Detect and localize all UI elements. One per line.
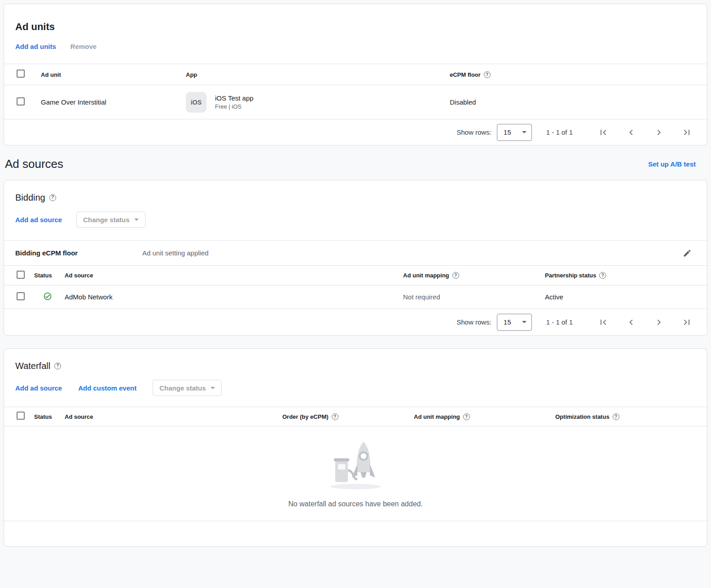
ad-unit-name: Game Over Interstitial bbox=[41, 98, 186, 106]
ad-units-pagination: Show rows: 15 1 - 1 of 1 bbox=[4, 119, 707, 145]
page-size-value: 15 bbox=[504, 318, 511, 326]
waterfall-title-row: Waterfall bbox=[4, 349, 707, 372]
app-meta: Free | iOS bbox=[215, 103, 254, 110]
first-page-button[interactable] bbox=[598, 317, 609, 328]
col-ad-unit-mapping-label: Ad unit mapping bbox=[414, 413, 460, 420]
ad-units-table-header: Ad unit App eCPM floor bbox=[4, 64, 707, 85]
ad-sources-section-head: Ad sources Set up A/B test bbox=[4, 145, 707, 180]
page-size-dropdown[interactable]: 15 bbox=[497, 314, 532, 331]
next-page-button[interactable] bbox=[654, 127, 664, 138]
waterfall-table-header: Status Ad source Order (by eCPM) Ad unit… bbox=[4, 407, 707, 426]
select-all-ad-units-checkbox[interactable] bbox=[17, 70, 25, 78]
col-partnership-status-label: Partnership status bbox=[545, 272, 596, 279]
pagination-range: 1 - 1 of 1 bbox=[546, 128, 573, 136]
chevron-down-icon bbox=[211, 387, 215, 389]
bidding-mapping-value: Not required bbox=[403, 293, 545, 301]
chevron-down-icon bbox=[522, 131, 527, 133]
col-ad-unit-mapping-label: Ad unit mapping bbox=[403, 272, 449, 279]
show-rows-label: Show rows: bbox=[456, 318, 492, 326]
col-ad-unit-mapping: Ad unit mapping bbox=[414, 413, 555, 420]
help-icon[interactable] bbox=[463, 413, 470, 420]
select-all-bidding-checkbox[interactable] bbox=[17, 271, 25, 279]
col-ad-source: Ad source bbox=[65, 272, 403, 279]
ios-app-icon: iOS bbox=[186, 92, 206, 113]
app-cell: iOS iOS Test app Free | iOS bbox=[186, 92, 450, 113]
waterfall-actions: Add ad source Add custom event Change st… bbox=[4, 372, 707, 407]
bidding-ecpm-floor-label: Bidding eCPM floor bbox=[15, 249, 142, 257]
help-icon[interactable] bbox=[54, 363, 61, 369]
first-page-button[interactable] bbox=[598, 127, 609, 138]
add-custom-event-button[interactable]: Add custom event bbox=[78, 384, 136, 392]
help-icon[interactable] bbox=[484, 71, 491, 78]
pager bbox=[598, 317, 692, 328]
col-status: Status bbox=[34, 272, 65, 279]
waterfall-title: Waterfall bbox=[15, 360, 50, 372]
col-app: App bbox=[186, 71, 450, 78]
ad-units-title: Ad units bbox=[4, 4, 707, 34]
waterfall-empty-message: No waterfall ad sources have been added. bbox=[288, 500, 423, 508]
rocket-illustration bbox=[322, 438, 389, 493]
bidding-card: Bidding Add ad source Change status Bidd… bbox=[4, 180, 707, 336]
bidding-pagination: Show rows: 15 1 - 1 of 1 bbox=[4, 308, 707, 335]
chevron-down-icon bbox=[134, 219, 139, 221]
col-ecpm-floor-label: eCPM floor bbox=[450, 71, 481, 78]
page-size-dropdown[interactable]: 15 bbox=[497, 124, 532, 141]
bidding-ad-source-name: AdMob Network bbox=[65, 293, 403, 301]
pagination-range: 1 - 1 of 1 bbox=[546, 318, 573, 326]
bidding-actions: Add ad source Change status bbox=[4, 204, 707, 240]
change-status-label: Change status bbox=[159, 384, 206, 392]
col-ad-unit: Ad unit bbox=[41, 71, 186, 78]
waterfall-footer bbox=[4, 521, 707, 546]
col-optimization-status-label: Optimization status bbox=[555, 413, 610, 420]
pager bbox=[598, 127, 692, 138]
ad-unit-row-checkbox[interactable] bbox=[17, 97, 25, 105]
bidding-row[interactable]: AdMob Network Not required Active bbox=[4, 285, 707, 308]
bidding-partnership-value: Active bbox=[545, 293, 707, 301]
app-text: iOS Test app Free | iOS bbox=[215, 94, 254, 110]
col-status: Status bbox=[34, 413, 65, 420]
add-waterfall-source-button[interactable]: Add ad source bbox=[15, 384, 62, 392]
status-active-check-icon bbox=[43, 292, 52, 301]
ad-sources-title: Ad sources bbox=[5, 157, 63, 171]
help-icon[interactable] bbox=[599, 272, 606, 279]
page-size-value: 15 bbox=[504, 128, 511, 136]
col-ecpm-floor: eCPM floor bbox=[450, 71, 707, 78]
ad-units-card: Ad units Add ad units Remove Ad unit App… bbox=[4, 4, 707, 145]
col-ad-source: Ad source bbox=[65, 413, 282, 420]
admob-mediation-page: Ad units Add ad units Remove Ad unit App… bbox=[0, 0, 711, 588]
col-order-by-ecpm-label: Order (by eCPM) bbox=[282, 413, 329, 420]
bidding-row-checkbox[interactable] bbox=[17, 292, 25, 300]
waterfall-card: Waterfall Add ad source Add custom event… bbox=[4, 348, 707, 547]
show-rows-label: Show rows: bbox=[456, 128, 492, 136]
next-page-button[interactable] bbox=[654, 317, 664, 328]
help-icon[interactable] bbox=[49, 194, 56, 201]
help-icon[interactable] bbox=[613, 413, 619, 420]
bidding-ecpm-floor-row: Bidding eCPM floor Ad unit setting appli… bbox=[4, 240, 707, 265]
app-name: iOS Test app bbox=[215, 94, 254, 102]
remove-ad-units-button[interactable]: Remove bbox=[70, 43, 97, 50]
help-icon[interactable] bbox=[332, 413, 338, 420]
add-ad-units-button[interactable]: Add ad units bbox=[15, 43, 56, 50]
last-page-button[interactable] bbox=[681, 127, 692, 138]
last-page-button[interactable] bbox=[681, 317, 692, 328]
waterfall-empty-state: No waterfall ad sources have been added. bbox=[4, 426, 707, 521]
chevron-down-icon bbox=[522, 321, 527, 323]
waterfall-change-status-button[interactable]: Change status bbox=[153, 380, 221, 396]
bidding-change-status-button[interactable]: Change status bbox=[76, 211, 145, 228]
bidding-table-header: Status Ad source Ad unit mapping Partner… bbox=[4, 265, 707, 285]
add-bidding-source-button[interactable]: Add ad source bbox=[15, 216, 62, 224]
select-all-waterfall-checkbox[interactable] bbox=[17, 412, 25, 420]
change-status-label: Change status bbox=[83, 216, 129, 224]
col-optimization-status: Optimization status bbox=[555, 413, 707, 420]
ad-unit-row[interactable]: Game Over Interstitial iOS iOS Test app … bbox=[4, 85, 707, 119]
help-icon[interactable] bbox=[452, 272, 459, 279]
col-order-by-ecpm: Order (by eCPM) bbox=[282, 413, 414, 420]
previous-page-button[interactable] bbox=[626, 317, 636, 328]
col-ad-unit-mapping: Ad unit mapping bbox=[403, 272, 545, 279]
edit-ecpm-floor-button[interactable] bbox=[683, 249, 692, 258]
setup-ab-test-button[interactable]: Set up A/B test bbox=[648, 160, 696, 168]
previous-page-button[interactable] bbox=[626, 127, 636, 138]
col-partnership-status: Partnership status bbox=[545, 272, 707, 279]
bidding-title: Bidding bbox=[15, 191, 45, 204]
ecpm-floor-value: Disabled bbox=[450, 98, 707, 106]
